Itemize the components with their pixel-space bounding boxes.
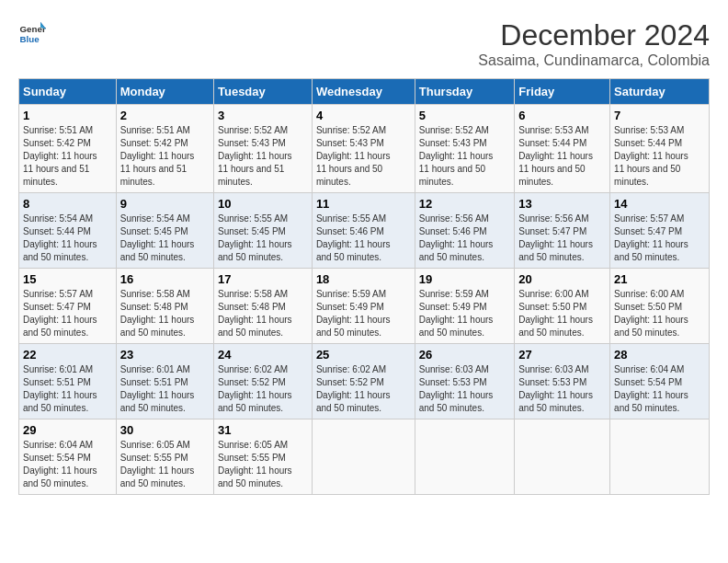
day-number: 12 — [419, 197, 511, 211]
col-header-wednesday: Wednesday — [312, 79, 415, 105]
day-number: 16 — [120, 272, 210, 286]
col-header-saturday: Saturday — [610, 79, 710, 105]
day-info: Sunrise: 6:03 AMSunset: 5:53 PMDaylight:… — [518, 364, 593, 413]
day-number: 9 — [120, 197, 210, 211]
day-info: Sunrise: 6:02 AMSunset: 5:52 PMDaylight:… — [316, 364, 391, 413]
day-number: 23 — [120, 348, 210, 362]
calendar-table: SundayMondayTuesdayWednesdayThursdayFrid… — [18, 78, 710, 495]
calendar-cell: 9 Sunrise: 5:54 AMSunset: 5:45 PMDayligh… — [116, 193, 213, 269]
day-info: Sunrise: 6:04 AMSunset: 5:54 PMDaylight:… — [23, 440, 97, 488]
calendar-cell: 16 Sunrise: 5:58 AMSunset: 5:48 PMDaylig… — [116, 269, 213, 344]
day-number: 28 — [614, 348, 705, 362]
day-info: Sunrise: 6:00 AMSunset: 5:50 PMDaylight:… — [518, 289, 593, 338]
day-info: Sunrise: 5:56 AMSunset: 5:47 PMDaylight:… — [518, 213, 593, 262]
page-title: December 2024 — [478, 18, 710, 52]
col-header-monday: Monday — [116, 79, 213, 105]
header-row: SundayMondayTuesdayWednesdayThursdayFrid… — [19, 79, 710, 105]
day-number: 25 — [316, 348, 411, 362]
day-info: Sunrise: 5:54 AMSunset: 5:45 PMDaylight:… — [120, 213, 195, 262]
week-row-5: 29 Sunrise: 6:04 AMSunset: 5:54 PMDaylig… — [19, 419, 710, 495]
day-number: 24 — [218, 348, 308, 362]
day-number: 29 — [23, 423, 112, 437]
calendar-cell: 26 Sunrise: 6:03 AMSunset: 5:53 PMDaylig… — [415, 344, 515, 419]
day-number: 6 — [518, 109, 606, 122]
day-info: Sunrise: 6:05 AMSunset: 5:55 PMDaylight:… — [120, 440, 195, 488]
calendar-cell — [312, 419, 415, 495]
calendar-cell: 25 Sunrise: 6:02 AMSunset: 5:52 PMDaylig… — [312, 344, 415, 419]
day-info: Sunrise: 5:59 AMSunset: 5:49 PMDaylight:… — [316, 289, 391, 338]
week-row-2: 8 Sunrise: 5:54 AMSunset: 5:44 PMDayligh… — [19, 193, 710, 269]
calendar-cell: 19 Sunrise: 5:59 AMSunset: 5:49 PMDaylig… — [415, 269, 515, 344]
calendar-cell: 8 Sunrise: 5:54 AMSunset: 5:44 PMDayligh… — [19, 193, 117, 269]
day-number: 19 — [419, 272, 511, 286]
header: General Blue December 2024 Sasaima, Cund… — [18, 18, 710, 69]
day-number: 18 — [316, 272, 411, 286]
day-number: 30 — [120, 423, 210, 437]
day-number: 11 — [316, 197, 411, 211]
day-number: 2 — [120, 109, 210, 122]
calendar-cell: 3 Sunrise: 5:52 AMSunset: 5:43 PMDayligh… — [213, 105, 312, 193]
day-number: 5 — [419, 109, 511, 122]
calendar-cell: 2 Sunrise: 5:51 AMSunset: 5:42 PMDayligh… — [116, 105, 213, 193]
day-info: Sunrise: 6:04 AMSunset: 5:54 PMDaylight:… — [614, 364, 688, 413]
calendar-cell: 15 Sunrise: 5:57 AMSunset: 5:47 PMDaylig… — [19, 269, 117, 344]
calendar-cell: 10 Sunrise: 5:55 AMSunset: 5:45 PMDaylig… — [213, 193, 312, 269]
day-info: Sunrise: 5:52 AMSunset: 5:43 PMDaylight:… — [316, 125, 391, 187]
calendar-cell — [515, 419, 610, 495]
calendar-cell: 18 Sunrise: 5:59 AMSunset: 5:49 PMDaylig… — [312, 269, 415, 344]
day-number: 1 — [23, 109, 112, 122]
calendar-cell: 11 Sunrise: 5:55 AMSunset: 5:46 PMDaylig… — [312, 193, 415, 269]
day-number: 13 — [518, 197, 606, 211]
day-info: Sunrise: 5:55 AMSunset: 5:45 PMDaylight:… — [218, 213, 292, 262]
col-header-thursday: Thursday — [415, 79, 515, 105]
week-row-4: 22 Sunrise: 6:01 AMSunset: 5:51 PMDaylig… — [19, 344, 710, 419]
col-header-sunday: Sunday — [19, 79, 117, 105]
day-number: 10 — [218, 197, 308, 211]
day-info: Sunrise: 5:57 AMSunset: 5:47 PMDaylight:… — [23, 289, 97, 338]
logo: General Blue — [18, 18, 46, 46]
svg-text:Blue: Blue — [20, 34, 40, 44]
calendar-cell: 27 Sunrise: 6:03 AMSunset: 5:53 PMDaylig… — [515, 344, 610, 419]
day-info: Sunrise: 5:51 AMSunset: 5:42 PMDaylight:… — [120, 125, 195, 187]
day-info: Sunrise: 6:01 AMSunset: 5:51 PMDaylight:… — [120, 364, 195, 413]
day-number: 26 — [419, 348, 511, 362]
calendar-cell: 30 Sunrise: 6:05 AMSunset: 5:55 PMDaylig… — [116, 419, 213, 495]
calendar-cell: 24 Sunrise: 6:02 AMSunset: 5:52 PMDaylig… — [213, 344, 312, 419]
day-number: 14 — [614, 197, 705, 211]
day-number: 20 — [518, 272, 606, 286]
calendar-cell: 4 Sunrise: 5:52 AMSunset: 5:43 PMDayligh… — [312, 105, 415, 193]
calendar-cell: 12 Sunrise: 5:56 AMSunset: 5:46 PMDaylig… — [415, 193, 515, 269]
day-info: Sunrise: 5:55 AMSunset: 5:46 PMDaylight:… — [316, 213, 391, 262]
day-number: 27 — [518, 348, 606, 362]
logo-icon: General Blue — [18, 18, 46, 46]
calendar-cell: 14 Sunrise: 5:57 AMSunset: 5:47 PMDaylig… — [610, 193, 710, 269]
day-info: Sunrise: 5:53 AMSunset: 5:44 PMDaylight:… — [518, 125, 593, 187]
day-info: Sunrise: 6:03 AMSunset: 5:53 PMDaylight:… — [419, 364, 494, 413]
calendar-cell: 31 Sunrise: 6:05 AMSunset: 5:55 PMDaylig… — [213, 419, 312, 495]
calendar-cell: 22 Sunrise: 6:01 AMSunset: 5:51 PMDaylig… — [19, 344, 117, 419]
day-info: Sunrise: 5:54 AMSunset: 5:44 PMDaylight:… — [23, 213, 97, 262]
week-row-1: 1 Sunrise: 5:51 AMSunset: 5:42 PMDayligh… — [19, 105, 710, 193]
day-info: Sunrise: 5:53 AMSunset: 5:44 PMDaylight:… — [614, 125, 688, 187]
day-info: Sunrise: 5:57 AMSunset: 5:47 PMDaylight:… — [614, 213, 688, 262]
calendar-cell: 5 Sunrise: 5:52 AMSunset: 5:43 PMDayligh… — [415, 105, 515, 193]
calendar-cell: 6 Sunrise: 5:53 AMSunset: 5:44 PMDayligh… — [515, 105, 610, 193]
title-area: December 2024 Sasaima, Cundinamarca, Col… — [478, 18, 710, 69]
day-number: 3 — [218, 109, 308, 122]
day-number: 21 — [614, 272, 705, 286]
day-number: 4 — [316, 109, 411, 122]
day-info: Sunrise: 5:58 AMSunset: 5:48 PMDaylight:… — [120, 289, 195, 338]
day-info: Sunrise: 6:02 AMSunset: 5:52 PMDaylight:… — [218, 364, 292, 413]
day-number: 31 — [218, 423, 308, 437]
calendar-cell: 28 Sunrise: 6:04 AMSunset: 5:54 PMDaylig… — [610, 344, 710, 419]
calendar-cell: 21 Sunrise: 6:00 AMSunset: 5:50 PMDaylig… — [610, 269, 710, 344]
calendar-cell: 1 Sunrise: 5:51 AMSunset: 5:42 PMDayligh… — [19, 105, 117, 193]
day-info: Sunrise: 6:00 AMSunset: 5:50 PMDaylight:… — [614, 289, 688, 338]
calendar-cell: 7 Sunrise: 5:53 AMSunset: 5:44 PMDayligh… — [610, 105, 710, 193]
calendar-cell — [610, 419, 710, 495]
page-subtitle: Sasaima, Cundinamarca, Colombia — [478, 52, 710, 69]
day-info: Sunrise: 5:59 AMSunset: 5:49 PMDaylight:… — [419, 289, 494, 338]
calendar-cell — [415, 419, 515, 495]
day-number: 8 — [23, 197, 112, 211]
day-info: Sunrise: 5:52 AMSunset: 5:43 PMDaylight:… — [419, 125, 494, 187]
